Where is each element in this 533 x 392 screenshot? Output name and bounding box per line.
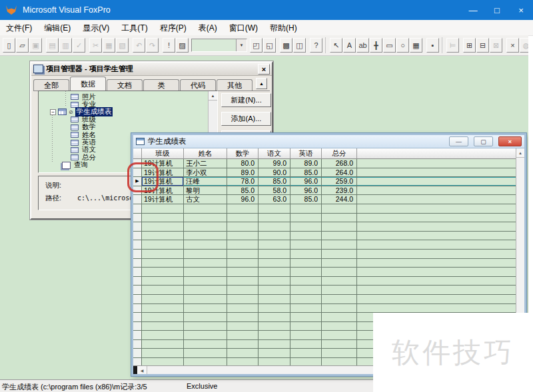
grid-cell[interactable]: [322, 204, 357, 213]
tree-item[interactable]: 班级: [40, 116, 207, 123]
tree-item[interactable]: 专业: [40, 100, 207, 108]
grid-cell[interactable]: [184, 313, 227, 321]
menu-item[interactable]: 显示(V): [77, 21, 115, 35]
grid-cell[interactable]: 259.0: [322, 177, 357, 186]
grid-cell[interactable]: [142, 340, 184, 349]
data-session-icon[interactable]: ◰: [250, 38, 263, 53]
browse-maximize-button[interactable]: ▢: [474, 136, 493, 146]
grid-cell[interactable]: [290, 222, 322, 231]
grid-cell[interactable]: [259, 232, 290, 240]
grid-row[interactable]: ▶19计算机汪峰78.085.096.0259.0: [133, 177, 524, 186]
textbox-control-icon[interactable]: ab: [356, 38, 369, 53]
grid-cell[interactable]: 96.0: [227, 195, 259, 204]
grid-cell[interactable]: 古文: [184, 195, 227, 204]
grid-cell[interactable]: [290, 304, 322, 313]
grid-cell[interactable]: [227, 313, 259, 321]
scroll-left-icon[interactable]: ◀: [137, 366, 147, 374]
grid-cell[interactable]: 99.0: [259, 159, 290, 168]
grid-cell[interactable]: [184, 322, 227, 331]
grid-cell[interactable]: [184, 286, 227, 294]
grid-row[interactable]: [133, 204, 524, 214]
pm-tabs-more-button[interactable]: ▲: [256, 78, 267, 89]
grid-cell[interactable]: [227, 259, 259, 268]
grid-cell[interactable]: [322, 313, 357, 321]
open-database-icon[interactable]: ▩: [280, 38, 292, 53]
scroll-up-icon[interactable]: ▲: [516, 148, 524, 158]
grid-row[interactable]: [133, 277, 524, 286]
grid-cell[interactable]: [142, 286, 184, 294]
grid-cell[interactable]: [184, 349, 227, 357]
grid-cell[interactable]: 244.0: [322, 195, 357, 204]
pm-button[interactable]: 新建(N)...: [221, 93, 271, 107]
properties-icon[interactable]: ⊟: [476, 38, 489, 53]
grid-cell[interactable]: [259, 240, 290, 249]
grid-cell[interactable]: [227, 277, 259, 286]
grid-cell[interactable]: [227, 222, 259, 231]
tree-item[interactable]: −⊘学生成绩表: [40, 108, 207, 116]
grid-cell[interactable]: [142, 204, 184, 213]
grid-cell[interactable]: [142, 331, 184, 339]
grid-cell[interactable]: [290, 277, 322, 286]
grid-cell[interactable]: [290, 322, 322, 331]
grid-row[interactable]: [133, 232, 524, 241]
menu-item[interactable]: 文件(F): [0, 21, 38, 35]
grid-cell[interactable]: [142, 313, 184, 321]
menu-item[interactable]: 窗口(W): [223, 21, 264, 35]
grid-cell[interactable]: [227, 304, 259, 313]
tree-expander-icon[interactable]: −: [50, 109, 56, 115]
grid-cell[interactable]: [322, 322, 357, 331]
grid-cell[interactable]: [290, 204, 322, 213]
grid-cell[interactable]: [259, 259, 290, 268]
grid-cell[interactable]: 96.0: [290, 177, 322, 186]
help-icon[interactable]: ?: [310, 38, 322, 53]
grid-cell[interactable]: [322, 340, 357, 349]
grid-cell[interactable]: 汪峰: [184, 177, 227, 186]
run-icon[interactable]: !: [163, 38, 175, 53]
grid-cell[interactable]: [259, 204, 290, 213]
grid-cell[interactable]: [290, 232, 322, 240]
grid-cell[interactable]: 78.0: [227, 177, 259, 186]
grid-cell[interactable]: [322, 214, 357, 222]
grid-cell[interactable]: [184, 295, 227, 303]
table-wizard-icon[interactable]: ◫: [293, 38, 306, 53]
grid-cell[interactable]: [184, 331, 227, 339]
grid-cell[interactable]: [184, 250, 227, 258]
grid-cell[interactable]: [322, 240, 357, 249]
grid-cell[interactable]: [259, 340, 290, 349]
pm-tab[interactable]: 其他: [217, 79, 253, 91]
pm-button[interactable]: 添加(A)...: [221, 112, 271, 126]
grid-cell[interactable]: 李小双: [184, 168, 227, 177]
grid-cell[interactable]: 89.0: [227, 168, 259, 177]
grid-cell[interactable]: [184, 259, 227, 268]
grid-cell[interactable]: 58.0: [259, 186, 290, 195]
grid-cell[interactable]: [322, 277, 357, 286]
grid-cell[interactable]: [184, 240, 227, 249]
grid-cell[interactable]: 89.0: [290, 159, 322, 168]
grid-cell[interactable]: [227, 295, 259, 303]
grid-cell[interactable]: [290, 340, 322, 349]
grid-cell[interactable]: [290, 313, 322, 321]
grid-cell[interactable]: [322, 232, 357, 240]
pm-tab[interactable]: 全部: [33, 79, 69, 91]
grid-cell[interactable]: [142, 304, 184, 313]
grid-cell[interactable]: [184, 277, 227, 286]
grid-cell[interactable]: 264.0: [322, 168, 357, 177]
menu-item[interactable]: 编辑(E): [38, 21, 77, 35]
grid-cell[interactable]: [184, 222, 227, 231]
grid-cell[interactable]: [290, 286, 322, 294]
grid-cell[interactable]: 黎明: [184, 186, 227, 195]
grid-cell[interactable]: [290, 268, 322, 276]
minimize-button[interactable]: —: [461, 0, 485, 20]
grid-cell[interactable]: [259, 322, 290, 331]
grid-cell[interactable]: [322, 222, 357, 231]
tree-item[interactable]: 照片: [40, 93, 207, 100]
grid-cell[interactable]: [227, 232, 259, 240]
grid-row[interactable]: 19计算机李小双89.090.085.0264.0: [133, 168, 524, 178]
grid-cell[interactable]: [142, 259, 184, 268]
grid-cell[interactable]: [142, 250, 184, 258]
grid-row[interactable]: 19计算机古文96.063.085.0244.0: [133, 195, 524, 204]
grid-cell[interactable]: [227, 240, 259, 249]
grid-cell[interactable]: [142, 268, 184, 276]
grid-cell[interactable]: [322, 268, 357, 276]
grid-row[interactable]: 19计算机黎明85.058.096.0239.0: [133, 186, 524, 196]
